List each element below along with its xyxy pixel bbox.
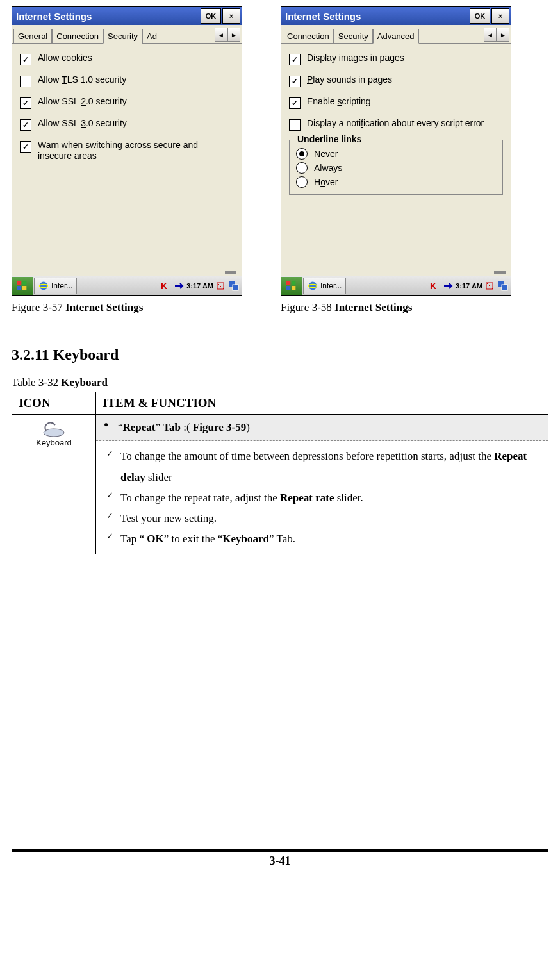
window-advanced: Internet Settings OK × Connection Securi… [281, 6, 511, 296]
svg-text:K: K [161, 281, 167, 291]
sip-handle-icon[interactable] [494, 271, 506, 274]
tab-advanced-trunc[interactable]: Ad [142, 29, 161, 43]
label-play-sounds: Play sounds in pages [307, 74, 392, 85]
svg-line-8 [217, 283, 224, 289]
checkbox-allow-tls[interactable] [20, 76, 31, 87]
tab-general[interactable]: General [13, 29, 52, 43]
ie-icon [308, 281, 318, 291]
tray-volume-icon[interactable] [485, 281, 495, 291]
label-hover: Hover [314, 177, 338, 187]
start-flag-icon [17, 280, 28, 292]
tab-connection[interactable]: Connection [52, 29, 103, 43]
taskbar-app-button[interactable]: Inter... [34, 278, 77, 294]
titlebar: Internet Settings OK × [12, 7, 242, 25]
cell-func: “Repeat” Tab :( Figure 3-59) To change t… [96, 414, 548, 554]
tab-advanced[interactable]: Advanced [373, 29, 419, 44]
radio-always[interactable] [296, 162, 308, 174]
start-button[interactable] [12, 277, 33, 295]
checkbox-warn[interactable] [20, 141, 31, 153]
svg-rect-1 [22, 281, 26, 285]
clock: 3:17 AM [456, 282, 482, 290]
checkbox-display-notification[interactable] [289, 119, 301, 131]
tab-security[interactable]: Security [103, 29, 142, 44]
svg-rect-11 [286, 281, 290, 285]
checkbox-enable-scripting[interactable] [289, 97, 301, 109]
svg-point-4 [40, 282, 48, 290]
checkbox-allow-ssl2[interactable] [20, 97, 31, 109]
section-heading: 3.2.11 Keyboard [12, 346, 548, 363]
radio-hover[interactable] [296, 176, 308, 188]
tab-content-security: Allow cookies Allow TLS 1.0 security All… [12, 44, 242, 270]
svg-rect-12 [292, 281, 295, 285]
svg-text:K: K [430, 281, 436, 291]
svg-rect-0 [17, 281, 21, 285]
window-title: Internet Settings [285, 11, 468, 22]
tray-k-icon: K [161, 281, 171, 291]
table-caption: Table 3-32 Keyboard [12, 376, 548, 389]
label-warn: Warn when switching across secure and in… [38, 140, 234, 162]
tab-security[interactable]: Security [334, 29, 373, 43]
th-func: ITEM & FUNCTION [96, 392, 548, 414]
svg-line-19 [486, 283, 493, 289]
tab-strip: General Connection Security Ad ◄ ► [12, 25, 242, 44]
func-item-1: To change the amount of time between dep… [103, 446, 541, 488]
svg-rect-10 [233, 285, 238, 290]
tab-content-advanced: Display images in pages Play sounds in p… [281, 44, 511, 270]
tab-scroll-left[interactable]: ◄ [215, 28, 227, 42]
system-tray: K 3:17 AM [427, 278, 511, 294]
svg-rect-21 [502, 285, 507, 290]
func-item-2: To change the repeat rate, adjust the Re… [103, 488, 541, 508]
svg-rect-13 [286, 286, 290, 290]
ie-icon [38, 281, 49, 291]
footer-rule [12, 849, 548, 852]
cell-icon: Keyboard [12, 414, 96, 554]
ok-button[interactable]: OK [470, 8, 490, 24]
taskbar: Inter... K 3:17 AM [12, 276, 242, 295]
window-title: Internet Settings [16, 11, 199, 22]
th-icon: ICON [12, 392, 96, 414]
label-allow-tls: Allow TLS 1.0 security [38, 74, 126, 85]
tab-scroll-left[interactable]: ◄ [484, 28, 497, 42]
clock: 3:17 AM [186, 282, 213, 290]
label-allow-ssl2: Allow SSL 2.0 security [38, 96, 127, 107]
tray-volume-icon[interactable] [216, 281, 226, 291]
svg-point-15 [309, 282, 317, 290]
window-security: Internet Settings OK × General Connectio… [12, 6, 242, 296]
label-display-images: Display images in pages [307, 53, 404, 63]
label-never: Never [314, 149, 338, 159]
svg-rect-3 [22, 286, 26, 290]
tab-scroll-right[interactable]: ► [227, 28, 240, 42]
keyboard-icon [41, 421, 67, 438]
checkbox-allow-ssl3[interactable] [20, 119, 31, 131]
checkbox-display-images[interactable] [289, 54, 301, 65]
close-button[interactable]: × [491, 8, 509, 24]
keyboard-icon-label: Keyboard [36, 438, 72, 447]
figure-caption-57: Figure 3-57 Internet Settings [12, 301, 242, 314]
taskbar-app-button[interactable]: Inter... [303, 278, 346, 294]
page-number: 3-41 [12, 854, 548, 868]
tab-connection[interactable]: Connection [283, 29, 334, 43]
label-display-notification: Display a notification about every scrip… [307, 118, 484, 129]
radio-never[interactable] [296, 148, 308, 160]
sip-bar [281, 270, 511, 276]
tray-windows-icon[interactable] [498, 281, 508, 291]
taskbar: Inter... K 3:17 AM [281, 276, 511, 295]
func-item-3: Test your new setting. [103, 508, 541, 529]
fieldset-underline-links: Underline links Never Always Hover [289, 140, 503, 195]
taskbar-app-label: Inter... [51, 281, 72, 290]
repeat-tab-header: “Repeat” Tab :( Figure 3-59) [96, 415, 548, 441]
tray-windows-icon[interactable] [229, 281, 239, 291]
start-flag-icon [286, 280, 297, 292]
svg-rect-14 [292, 286, 295, 290]
ok-button[interactable]: OK [201, 8, 221, 24]
label-allow-ssl3: Allow SSL 3.0 security [38, 118, 127, 129]
checkbox-allow-cookies[interactable] [20, 54, 31, 65]
start-button[interactable] [281, 277, 302, 295]
fieldset-legend: Underline links [295, 134, 364, 144]
tab-scroll-right[interactable]: ► [497, 28, 509, 42]
sip-handle-icon[interactable] [225, 271, 236, 274]
close-button[interactable]: × [222, 8, 240, 24]
tab-strip: Connection Security Advanced ◄ ► [281, 25, 511, 44]
checkbox-play-sounds[interactable] [289, 76, 301, 87]
svg-rect-2 [17, 286, 21, 290]
